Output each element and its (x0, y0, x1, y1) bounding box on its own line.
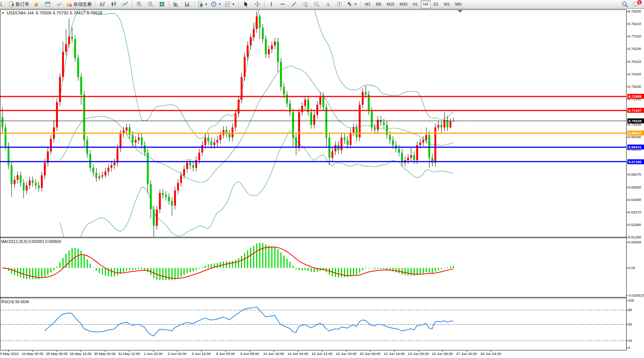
dropdown-caret: ▼ (205, 3, 208, 6)
new-order-icon (8, 1, 14, 7)
svg-text:A: A (326, 2, 330, 7)
periods-dropdown[interactable]: ▼ (210, 0, 222, 8)
new-order-button[interactable]: 新订单 (7, 0, 30, 8)
price-tick-label: 6.75210 (628, 59, 641, 64)
chart-ohlc-readout: ▼ USDCNH-,H4 6.70505 6.70792 6.70417 6.7… (2, 11, 103, 15)
tile-windows-button[interactable] (157, 0, 167, 8)
text-label-button[interactable]: T (334, 0, 345, 8)
timeframe-button-D1[interactable]: D1 (431, 0, 441, 8)
price-tick-label: 6.62280 (628, 223, 641, 227)
horizontal-line-button[interactable] (277, 0, 288, 8)
time-axis-label: 21 Jun 16:00 (384, 352, 405, 356)
zoom-out-button[interactable] (145, 0, 156, 8)
search-button[interactable] (619, 0, 630, 8)
new-chart-icon (197, 1, 203, 7)
time-axis-label: 3 Jun 04:00 (168, 352, 187, 356)
dropdown-caret: ▼ (354, 3, 357, 6)
timeframe-button-M1[interactable]: M1 (363, 0, 373, 8)
timeframe-button-MN[interactable]: MN (453, 0, 464, 8)
level-badge: 6.69547 (627, 131, 644, 135)
time-axis-label: 29 Jun 04:00 (481, 352, 501, 356)
channel-icon: E (302, 1, 308, 7)
timeframe-button-M15[interactable]: M15 (384, 0, 397, 8)
terminal-window-icon (45, 1, 51, 7)
templates-dropdown[interactable]: ▼ (223, 0, 236, 8)
time-axis-label: 1 Jun 20:00 (144, 352, 163, 356)
dropdown-caret: ▼ (232, 3, 235, 6)
toolbar-grip[interactable] (94, 1, 96, 7)
auto-scroll-button[interactable] (171, 0, 181, 8)
time-axis-label: 6 Jun 16:00 (192, 352, 211, 356)
search-icon (622, 1, 628, 8)
cursor-icon (243, 1, 249, 7)
price-tick-label: 6.66270 (628, 172, 641, 176)
equidistant-channel-button[interactable]: E (300, 0, 311, 8)
metaeditor-button[interactable] (31, 0, 42, 8)
macd-scale-label: 0.00 (628, 266, 635, 270)
crosshair-button[interactable] (252, 0, 263, 8)
time-axis-label: 30 May 04:00 (94, 352, 116, 356)
time-axis-label: 24 Jun 08:00 (432, 352, 453, 356)
timeframe-button-H1[interactable]: H1 (411, 0, 420, 8)
time-axis-label: 23 Jun 00:00 (408, 352, 429, 356)
fibonacci-button[interactable]: F (311, 0, 322, 8)
rsi-scale-label: 100 (628, 298, 634, 302)
text-button[interactable]: A (323, 0, 333, 8)
arrows-dropdown[interactable]: ▼ (345, 0, 358, 8)
chart-canvas[interactable] (0, 0, 644, 358)
level-badge: 6.67285 (627, 159, 644, 164)
timeframe-button-M30[interactable]: M30 (397, 0, 409, 8)
notifications-button[interactable]: 1 (631, 0, 641, 8)
toolbar: 新订单 自动交易 ▼ ▼ ▼ E F A T ▼ M1M5M15M30H1H4D… (0, 0, 644, 9)
tile-windows-icon (159, 1, 165, 7)
line-chart-icon (122, 1, 128, 7)
terminal-button[interactable] (42, 0, 53, 8)
chevron-down-icon[interactable]: ▼ (2, 11, 5, 15)
candlestick-chart-button[interactable] (109, 0, 119, 8)
bar-chart-button[interactable] (97, 0, 108, 8)
zoom-out-icon (148, 1, 154, 7)
timeframe-button-H4[interactable]: H4 (421, 0, 430, 8)
text-icon: A (325, 1, 331, 7)
rsi-scale-label: 15 (628, 338, 632, 342)
gold-bar-icon (33, 1, 39, 7)
new-chart-dropdown[interactable]: ▼ (196, 0, 209, 8)
time-axis-label: 20 May 2022 (0, 352, 19, 356)
vertical-line-button[interactable] (266, 0, 277, 8)
autotrading-label: 自动交易 (73, 1, 92, 8)
time-axis-label: 10 Jun 16:00 (263, 352, 284, 356)
time-axis-label: 15 Jun 12:00 (312, 352, 333, 356)
time-axis-label: 16 Jun 20:00 (336, 352, 357, 356)
toolbar-grip[interactable] (238, 1, 240, 7)
price-tick-label: 6.63270 (628, 210, 641, 214)
trendline-button[interactable] (289, 0, 299, 8)
templates-icon (224, 1, 230, 7)
svg-text:T: T (338, 2, 341, 6)
line-chart-button[interactable] (120, 0, 131, 8)
price-tick-label: 6.78210 (628, 22, 641, 26)
time-axis-label: 9 Jun 08:00 (240, 352, 259, 356)
candlestick-icon (111, 1, 117, 7)
notification-badge: 1 (637, 0, 642, 5)
time-axis-label: 20 Jun 08:00 (360, 352, 381, 356)
time-axis-label: 31 May 12:00 (118, 352, 140, 356)
signals-button[interactable] (54, 0, 64, 8)
timeframe-button-W1[interactable]: W1 (442, 0, 452, 8)
clock-icon (211, 1, 217, 7)
toolbar-grip[interactable] (4, 1, 6, 7)
svg-text:E: E (306, 5, 308, 7)
bar-chart-icon (100, 1, 106, 7)
autotrading-button[interactable]: 自动交易 (65, 0, 93, 8)
chart-shift-icon (184, 1, 190, 7)
cursor-button[interactable] (241, 0, 251, 8)
chart-shift-button[interactable] (182, 0, 193, 8)
fibonacci-icon: F (314, 1, 320, 7)
toolbar-grip[interactable] (360, 1, 362, 7)
zoom-in-button[interactable] (134, 0, 145, 8)
arrows-icon (347, 1, 353, 7)
zoom-in-icon (136, 1, 142, 7)
timeframe-button-M5[interactable]: M5 (373, 0, 384, 8)
macd-scale-label: 0.02829 (628, 240, 641, 244)
trendline-icon (291, 1, 297, 7)
autotrading-icon (66, 1, 72, 7)
